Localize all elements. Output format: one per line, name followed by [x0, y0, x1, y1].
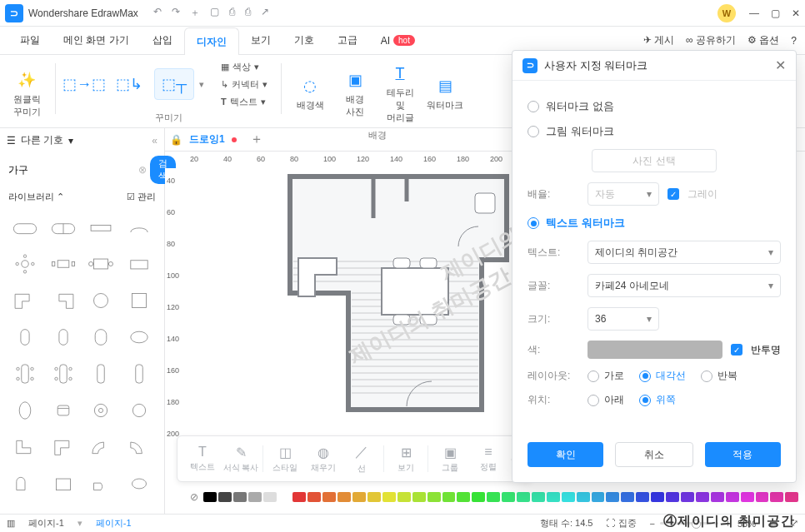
- ctx-text-button[interactable]: T텍스트: [184, 445, 221, 473]
- shape-sofa-2[interactable]: [45, 210, 82, 245]
- layout-horizontal-radio[interactable]: 가로: [588, 369, 624, 383]
- bgcolor-button[interactable]: ◌배경색: [290, 71, 330, 115]
- shape-curve-2[interactable]: [121, 430, 158, 465]
- color-swatch[interactable]: [263, 492, 277, 502]
- color-swatch[interactable]: [711, 492, 724, 502]
- shape-misc-4[interactable]: [121, 466, 158, 501]
- shape-circle[interactable]: [83, 283, 120, 318]
- color-swatch[interactable]: [352, 492, 366, 502]
- menu-design[interactable]: 디자인: [184, 27, 239, 55]
- menu-share[interactable]: ∞ 공유하기: [686, 33, 736, 47]
- shape-square[interactable]: [121, 283, 158, 318]
- size-select[interactable]: 36: [588, 307, 659, 331]
- theme-style-1[interactable]: ⬚→⬚: [64, 69, 104, 99]
- tab-drawing-1[interactable]: 드로잉1: [189, 132, 225, 147]
- theme-dropdown-icon[interactable]: ▾: [199, 79, 204, 90]
- maximize-icon[interactable]: ▢: [771, 7, 780, 19]
- gray-checkbox[interactable]: ✓: [668, 188, 679, 200]
- shape-armchair[interactable]: [121, 210, 158, 245]
- color-swatch[interactable]: [398, 492, 411, 502]
- shape-fancy-table[interactable]: [45, 393, 82, 428]
- ok-button[interactable]: 확인: [528, 442, 603, 467]
- shape-long-table-1[interactable]: [7, 356, 43, 391]
- cancel-button[interactable]: 취소: [615, 442, 692, 467]
- menu-publish[interactable]: ✈ 게시: [643, 33, 674, 47]
- text-input[interactable]: 제이디의 취미공간: [588, 241, 781, 264]
- shape-l-2[interactable]: [45, 430, 82, 465]
- select-photo-button[interactable]: 사진 선택: [592, 149, 717, 172]
- color-swatch[interactable]: [308, 492, 321, 502]
- ctx-view-button[interactable]: ⊞보기: [388, 445, 424, 474]
- shape-misc-2[interactable]: [45, 466, 82, 501]
- new-icon[interactable]: ＋: [190, 6, 200, 20]
- color-swatch[interactable]: [442, 492, 456, 502]
- shape-round-table-3[interactable]: [121, 393, 158, 428]
- save-icon[interactable]: ⎙: [229, 6, 235, 20]
- color-swatch[interactable]: [487, 492, 500, 502]
- font-select[interactable]: 카페24 아네모네: [588, 274, 781, 297]
- clear-search-icon[interactable]: ⊗: [138, 164, 147, 176]
- color-swatch[interactable]: [636, 492, 649, 502]
- undo-icon[interactable]: ↶: [153, 6, 162, 20]
- menu-symbol[interactable]: 기호: [282, 27, 326, 54]
- apply-button[interactable]: 적용: [705, 442, 781, 467]
- color-swatch[interactable]: [621, 492, 634, 502]
- color-swatch[interactable]: [532, 492, 545, 502]
- layers-icon[interactable]: ▥: [7, 518, 15, 529]
- ctx-align-button[interactable]: ≡정렬: [470, 445, 507, 473]
- color-swatch[interactable]: [218, 492, 232, 502]
- color-swatch[interactable]: [412, 492, 426, 502]
- ctx-group-button[interactable]: ▣그룹: [432, 445, 468, 474]
- color-swatch[interactable]: [248, 492, 262, 502]
- tab-library[interactable]: 라이브러리 ⌃: [8, 191, 64, 203]
- ctx-line-button[interactable]: ／선: [343, 444, 380, 475]
- redo-icon[interactable]: ↷: [172, 6, 180, 20]
- minimize-icon[interactable]: —: [749, 7, 759, 19]
- shape-l-1[interactable]: [7, 430, 43, 465]
- ctx-copyfmt-button[interactable]: ✎서식 복사: [222, 445, 259, 474]
- position-up-radio[interactable]: 위쪽: [639, 393, 676, 407]
- focus-mode-button[interactable]: ⛶ 집중: [606, 517, 636, 530]
- user-avatar[interactable]: W: [718, 4, 736, 22]
- shape-misc-1[interactable]: [7, 466, 43, 501]
- connector-dropdown[interactable]: ↳커넥터 ▾: [216, 77, 272, 92]
- color-swatch[interactable]: [292, 492, 306, 502]
- shape-oval[interactable]: [121, 320, 158, 355]
- shape-sofa-1[interactable]: [7, 210, 43, 245]
- color-swatch[interactable]: [322, 492, 336, 502]
- shape-curve-1[interactable]: [83, 430, 120, 465]
- close-icon[interactable]: ✕: [792, 7, 800, 19]
- border-header-button[interactable]: T테두리 및 머리글: [380, 58, 420, 127]
- color-swatch[interactable]: [756, 492, 769, 502]
- layout-repeat-radio[interactable]: 반복: [701, 369, 738, 383]
- color-swatch[interactable]: [472, 492, 485, 502]
- shape-long-table-2[interactable]: [45, 356, 82, 391]
- collapse-sidebar-button[interactable]: «: [152, 135, 158, 147]
- color-swatch[interactable]: [457, 492, 470, 502]
- color-swatch[interactable]: [741, 492, 754, 502]
- search-input[interactable]: [7, 161, 135, 179]
- color-swatch[interactable]: [382, 492, 396, 502]
- shape-long-table-4[interactable]: [121, 356, 158, 391]
- shape-bench[interactable]: [83, 210, 120, 245]
- page-selector[interactable]: 페이지-1: [28, 517, 64, 530]
- layout-diagonal-radio[interactable]: 대각선: [639, 369, 686, 383]
- ctx-fill-button[interactable]: ◍채우기: [305, 445, 342, 474]
- menu-file[interactable]: 파일: [8, 27, 52, 54]
- shape-round-table-2[interactable]: [83, 393, 120, 428]
- watermark-button[interactable]: ▤워터마크: [425, 71, 465, 115]
- menu-home[interactable]: 메인 화면 가기: [52, 27, 141, 54]
- open-icon[interactable]: ▢: [210, 6, 219, 20]
- opt-image-watermark[interactable]: 그림 워터마크: [528, 124, 781, 139]
- export-icon[interactable]: ↗: [261, 6, 269, 20]
- menu-view[interactable]: 보기: [239, 27, 282, 54]
- color-swatch[interactable]: [785, 492, 798, 502]
- color-swatch[interactable]: [577, 492, 590, 502]
- shape-misc-3[interactable]: [83, 466, 120, 501]
- menu-insert[interactable]: 삽입: [141, 27, 184, 54]
- color-picker[interactable]: [588, 341, 722, 359]
- shape-table-rect-chairs[interactable]: [45, 246, 82, 281]
- shape-rounded-rect-2[interactable]: [45, 320, 82, 355]
- color-swatch[interactable]: [666, 492, 679, 502]
- color-swatch[interactable]: [562, 492, 575, 502]
